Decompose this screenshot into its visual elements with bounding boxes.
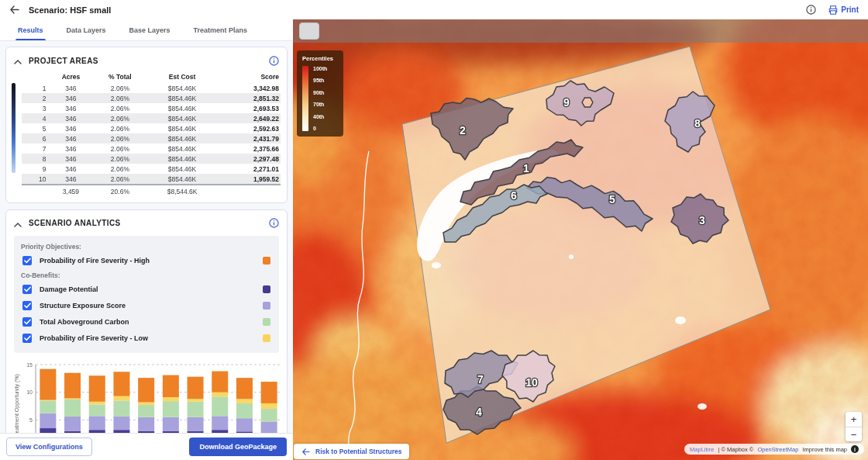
metric-label: Structure Exposure Score [40, 302, 255, 310]
collapse-chevron-icon[interactable] [14, 216, 22, 230]
bar-segment [89, 416, 105, 430]
scenario-analytics-title: SCENARIO ANALYTICS [29, 219, 121, 227]
metric-label: Total Aboveground Carbon [40, 318, 255, 326]
bar-segment [138, 402, 154, 405]
bar-segment [236, 418, 253, 431]
cell: $854.46K [146, 174, 219, 185]
column-header: Score [219, 71, 281, 83]
cell: 2.06% [95, 103, 146, 113]
scenario-analytics-info-icon[interactable] [269, 218, 279, 228]
column-header [22, 71, 47, 83]
metric-checkbox[interactable] [22, 334, 32, 343]
total-cell: 20.6% [95, 185, 146, 197]
metric-checkbox[interactable] [22, 301, 32, 310]
project-area-number-label: 9 [563, 96, 570, 109]
project-area-number-label: 3 [699, 214, 705, 227]
bar-segment [188, 376, 204, 399]
metric-row: Structure Exposure Score [21, 298, 272, 314]
project-area-row[interactable]: 63462.06%$854.46K2,431.79 [22, 133, 281, 144]
project-area-row[interactable]: 13462.06%$854.46K3,342.98 [22, 83, 281, 93]
cell: 346 [47, 154, 94, 164]
legend-tick-label: 90th [313, 90, 327, 95]
scenario-info-icon[interactable] [806, 5, 816, 15]
basemap-thumbnail[interactable] [299, 22, 319, 40]
legend-title: Percentiles [302, 55, 339, 62]
cell: $854.46K [146, 103, 219, 113]
attribution-info-icon[interactable]: i [851, 445, 859, 453]
cell: 2.06% [95, 83, 146, 93]
metric-color-swatch [263, 257, 270, 265]
cell: 2.06% [95, 164, 146, 174]
cell: 346 [47, 144, 94, 154]
scenario-analytics-card: SCENARIO ANALYTICS Priority Objectives:P… [5, 209, 288, 434]
improve-map-link[interactable]: Improve this map [801, 446, 847, 453]
total-cell: 3,459 [47, 185, 94, 197]
project-areas-info-icon[interactable] [269, 56, 279, 66]
back-arrow-icon[interactable] [9, 5, 19, 14]
bar-segment [40, 399, 56, 400]
bar-segment [261, 421, 277, 433]
cell: 2,693.53 [219, 103, 281, 113]
total-cell [219, 185, 281, 197]
bar-segment [138, 417, 154, 431]
bar-segment [188, 401, 204, 417]
tab-treatment-plans[interactable]: Treatment Plans [182, 19, 260, 40]
cell: 2.06% [95, 154, 146, 164]
risk-layer-back-pill[interactable]: Risk to Potential Structures [294, 444, 409, 459]
cell: 2,375.66 [219, 144, 281, 154]
maplibre-link[interactable]: MapLibre [690, 446, 714, 453]
view-configurations-button[interactable]: View Configurations [6, 438, 92, 456]
cell: $854.46K [146, 133, 219, 144]
print-button[interactable]: Print [828, 5, 859, 15]
bar-segment [40, 400, 56, 413]
cell: 346 [47, 113, 94, 123]
cell: $854.46K [146, 83, 219, 93]
panel-scroll-area[interactable]: PROJECT AREAS Acres% TotalEst CostScore1… [0, 41, 293, 433]
metric-checkbox[interactable] [22, 317, 32, 327]
project-area-number-label: 6 [511, 189, 517, 202]
project-area-row[interactable]: 93462.06%$854.46K2,271.01 [22, 164, 281, 174]
cell: 346 [47, 123, 94, 133]
metric-checkbox[interactable] [22, 256, 32, 265]
metric-row: Damage Potential [21, 282, 272, 298]
cell: 2,297.48 [219, 154, 281, 164]
metric-label: Probability of Fire Severity - Low [40, 334, 255, 342]
map-canvas[interactable]: 12345678910 Percentiles 100th95th90th70t… [293, 19, 868, 460]
tab-data-layers[interactable]: Data Layers [55, 19, 118, 40]
bar-segment [236, 403, 253, 417]
project-area-number-label: 7 [477, 373, 484, 386]
cell: $854.46K [146, 123, 219, 133]
project-area-row[interactable]: 33462.06%$854.46K2,693.53 [22, 103, 281, 113]
metric-label: Probability of Fire Severity - High [40, 257, 255, 265]
tab-results[interactable]: Results [6, 19, 55, 40]
project-area-row[interactable]: 43462.06%$854.46K2,649.22 [22, 113, 281, 123]
column-header: Est Cost [146, 71, 219, 83]
zoom-in-button[interactable]: + [846, 412, 862, 427]
project-area-number-label: 10 [525, 376, 538, 389]
bar-segment [188, 417, 204, 431]
collapse-chevron-icon[interactable] [14, 54, 22, 67]
metric-checkbox[interactable] [22, 285, 32, 294]
column-header: Acres [47, 71, 94, 83]
metric-row: Probability of Fire Severity - High [21, 253, 272, 269]
openstreetmap-link[interactable]: OpenStreetMap [757, 446, 798, 453]
cell: 346 [47, 133, 94, 144]
project-area-row[interactable]: 83462.06%$854.46K2,297.48 [22, 154, 281, 164]
project-area-row[interactable]: 103462.06%$854.46K1,959.52 [22, 174, 281, 185]
project-area-row[interactable]: 73462.06%$854.46K2,375.66 [22, 144, 281, 154]
cell: $854.46K [146, 93, 219, 103]
download-geopackage-button[interactable]: Download GeoPackage [189, 438, 287, 456]
project-area-row[interactable]: 53462.06%$854.46K2,592.63 [22, 123, 281, 133]
analytics-layer-list: Priority Objectives:Probability of Fire … [14, 236, 279, 353]
cell: 5 [22, 123, 47, 133]
project-area-row[interactable]: 23462.06%$854.46K2,851.32 [22, 93, 281, 103]
cell: $854.46K [146, 144, 219, 154]
bar-segment [64, 398, 81, 399]
bar-segment [64, 399, 81, 416]
treatment-opportunity-chart: 05101512345678910Project AreasTreatment … [12, 359, 285, 434]
cell: 9 [22, 164, 47, 174]
tab-base-layers[interactable]: Base Layers [118, 19, 182, 40]
zoom-out-button[interactable]: − [846, 427, 862, 441]
tab-bar: ResultsData LayersBase LayersTreatment P… [0, 19, 293, 41]
bar-segment [261, 409, 277, 421]
